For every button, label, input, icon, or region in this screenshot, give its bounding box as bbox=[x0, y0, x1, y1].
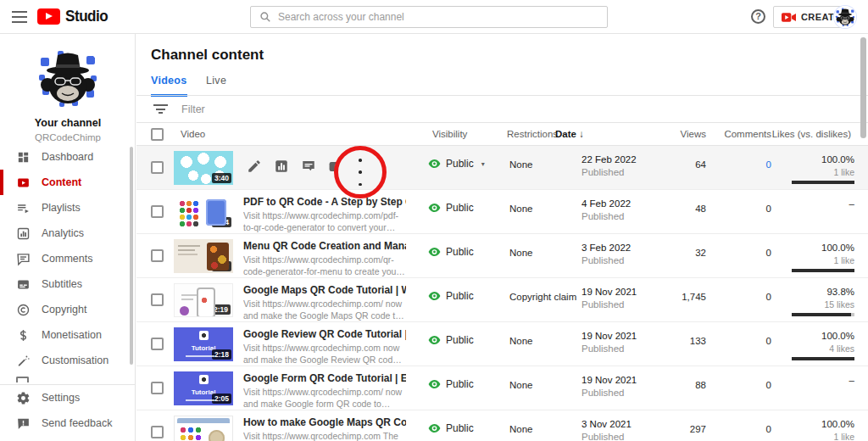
help-icon[interactable]: ? bbox=[751, 9, 765, 24]
channel-search-bar[interactable] bbox=[250, 6, 608, 28]
select-all-checkbox[interactable] bbox=[151, 128, 164, 141]
sidebar-nav: DashboardContentPlaylistsAnalyticsCommen… bbox=[0, 144, 136, 373]
video-title[interactable]: PDF to QR Code - A Step by Step Guide #p… bbox=[243, 196, 406, 208]
filter-placeholder[interactable]: Filter bbox=[181, 103, 205, 115]
sidebar-item-playlists[interactable]: Playlists bbox=[0, 195, 136, 220]
youtube-logo-icon[interactable] bbox=[37, 8, 60, 25]
tab-live[interactable]: Live bbox=[206, 75, 226, 94]
date-cell: 3 Feb 2022 Published bbox=[581, 243, 631, 265]
sidebar-item-content[interactable]: Content bbox=[0, 170, 136, 195]
visibility-dropdown[interactable]: Public bbox=[428, 334, 474, 346]
comments-value[interactable]: 0 bbox=[766, 248, 771, 258]
sidebar-item-monetisation[interactable]: Monetisation bbox=[0, 322, 136, 348]
sidebar-item-customisation[interactable]: Customisation bbox=[0, 348, 136, 373]
row-checkbox[interactable] bbox=[151, 382, 164, 394]
comments-icon[interactable] bbox=[301, 159, 317, 175]
column-header-likes[interactable]: Likes (vs. dislikes) bbox=[772, 129, 851, 139]
sidebar-item-copyright[interactable]: Copyright bbox=[0, 297, 136, 322]
views-value: 32 bbox=[695, 248, 706, 258]
content-icon bbox=[14, 174, 31, 191]
studio-logo-text[interactable]: Studio bbox=[65, 8, 108, 25]
comments-value[interactable]: 0 bbox=[766, 292, 771, 302]
comments-value[interactable]: 0 bbox=[766, 204, 771, 214]
video-title-block[interactable]: Google Review QR Code Tutorial | Get you… bbox=[243, 328, 406, 366]
tab-videos[interactable]: Videos bbox=[151, 75, 187, 97]
video-title[interactable]: How to make Google Maps QR Code - Tutori… bbox=[243, 416, 406, 428]
visibility-value: Public bbox=[446, 158, 474, 170]
restrictions-value: None bbox=[509, 424, 533, 434]
analytics-icon[interactable] bbox=[274, 159, 290, 175]
column-header-visibility[interactable]: Visibility bbox=[432, 129, 467, 139]
visibility-dropdown[interactable]: Public bbox=[428, 378, 474, 390]
column-header-comments[interactable]: Comments bbox=[724, 129, 771, 139]
likes-cell: – bbox=[774, 198, 854, 209]
public-eye-icon bbox=[428, 203, 441, 213]
video-thumbnail[interactable]: Tutorial 2:18 bbox=[174, 327, 233, 361]
video-thumbnail[interactable] bbox=[174, 416, 233, 441]
row-checkbox[interactable] bbox=[151, 161, 164, 174]
column-header-restrictions[interactable]: Restrictions bbox=[507, 129, 558, 139]
search-input[interactable] bbox=[278, 11, 607, 23]
table-header-row: Video Visibility Restrictions Date ↓ Vie… bbox=[136, 123, 868, 146]
sidebar-item-subtitles[interactable]: Subtitles bbox=[0, 271, 136, 297]
sidebar-item-settings[interactable]: Settings bbox=[0, 385, 136, 410]
search-icon bbox=[259, 11, 271, 23]
row-checkbox[interactable] bbox=[151, 249, 164, 262]
row-checkbox[interactable] bbox=[151, 426, 164, 438]
channel-avatar[interactable] bbox=[34, 44, 102, 112]
sidebar-item-dashboard[interactable]: Dashboard bbox=[0, 144, 136, 170]
visibility-dropdown[interactable]: Public ▾ bbox=[428, 158, 485, 170]
likes-count: 4 likes bbox=[774, 343, 854, 354]
video-title[interactable]: Google Maps QR Code Tutorial | With a fe… bbox=[243, 284, 406, 296]
video-thumbnail[interactable]: 2:19 bbox=[174, 283, 233, 317]
sidebar-item-comments[interactable]: Comments bbox=[0, 246, 136, 271]
column-header-views[interactable]: Views bbox=[681, 129, 706, 139]
video-title-block[interactable]: PDF to QR Code - A Step by Step Guide #p… bbox=[243, 196, 406, 234]
comments-value[interactable]: 0 bbox=[766, 380, 771, 390]
video-thumbnail[interactable]: Tutorial 2:05 bbox=[174, 371, 233, 405]
visibility-dropdown[interactable]: Public bbox=[428, 422, 474, 434]
sidebar-item-label: Settings bbox=[42, 392, 80, 404]
likes-cell: 100.0% 1 like bbox=[774, 419, 854, 441]
video-title[interactable]: Google Review QR Code Tutorial | Get you… bbox=[243, 328, 406, 340]
video-thumbnail[interactable]: 3:37 bbox=[174, 239, 233, 273]
video-title-block[interactable]: Menu QR Code Creation and Management - S… bbox=[243, 240, 406, 278]
visibility-dropdown[interactable]: Public bbox=[428, 246, 474, 258]
row-checkbox[interactable] bbox=[151, 205, 164, 218]
youtube-studio-window: Studio ? CREATE Your channel QRCodeChimp… bbox=[0, 0, 868, 441]
date-status: Published bbox=[581, 255, 631, 265]
visibility-dropdown[interactable]: Public bbox=[428, 202, 474, 214]
column-header-video[interactable]: Video bbox=[181, 129, 205, 139]
sidebar-item-analytics[interactable]: Analytics bbox=[0, 220, 136, 246]
kebab-menu-icon[interactable] bbox=[357, 159, 364, 186]
row-checkbox[interactable] bbox=[151, 293, 164, 306]
restrictions-value: None bbox=[509, 159, 533, 170]
video-title[interactable]: Menu QR Code Creation and Management - S… bbox=[243, 240, 406, 252]
video-title-block[interactable]: Google Maps QR Code Tutorial | With a fe… bbox=[243, 284, 406, 322]
column-header-date[interactable]: Date ↓ bbox=[555, 129, 584, 139]
video-title[interactable]: Google Form QR Code Tutorial | Easily sh… bbox=[243, 372, 406, 384]
edit-icon[interactable] bbox=[247, 159, 263, 175]
restrictions-value: Copyright claim bbox=[509, 292, 576, 302]
youtube-icon[interactable] bbox=[328, 159, 338, 175]
sidebar-scrollbar[interactable] bbox=[130, 147, 133, 365]
row-checkbox[interactable] bbox=[151, 338, 164, 350]
likes-percentage: 100.0% bbox=[774, 419, 854, 429]
video-title-block[interactable]: Google Form QR Code Tutorial | Easily sh… bbox=[243, 372, 406, 410]
video-title-block[interactable]: How to make Google Maps QR Code - Tutori… bbox=[243, 416, 406, 441]
comments-value[interactable]: 0 bbox=[766, 336, 771, 346]
likes-percentage: 100.0% bbox=[774, 154, 854, 165]
table-row: 4:54 PDF to QR Code - A Step by Step Gui… bbox=[136, 190, 868, 234]
account-avatar[interactable] bbox=[834, 6, 856, 28]
hamburger-menu-icon[interactable] bbox=[12, 11, 27, 23]
video-thumbnail[interactable]: 3:40 bbox=[174, 151, 233, 185]
visibility-dropdown[interactable]: Public bbox=[428, 290, 474, 302]
comments-value[interactable]: 0 bbox=[766, 424, 771, 434]
sort-arrow-icon: ↓ bbox=[579, 129, 584, 139]
public-eye-icon bbox=[428, 423, 441, 433]
comments-value[interactable]: 0 bbox=[766, 159, 771, 170]
main-scrollbar[interactable] bbox=[860, 37, 866, 138]
filter-bar[interactable]: Filter bbox=[136, 96, 868, 123]
sidebar-item-send-feedback[interactable]: Send feedback bbox=[0, 410, 136, 436]
video-thumbnail[interactable]: 4:54 bbox=[174, 195, 233, 229]
